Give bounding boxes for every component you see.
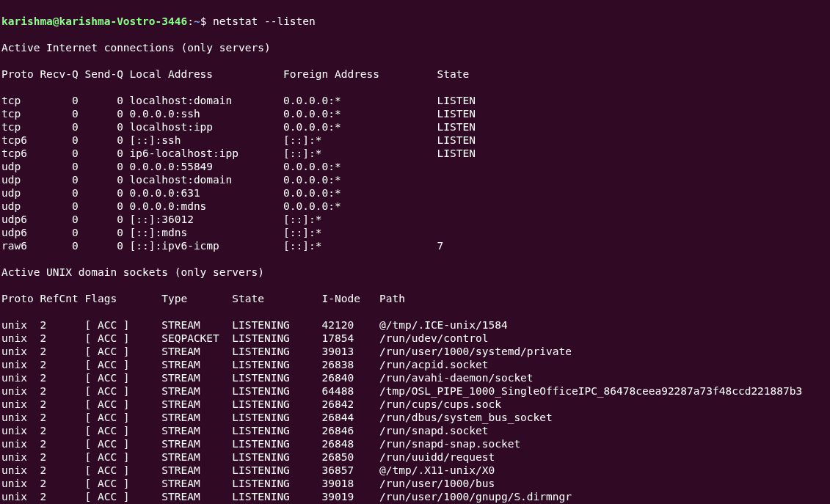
unix-row: unix 2 [ ACC ] STREAM LISTENING 64488 /t… bbox=[1, 384, 829, 398]
inet-row: udp 0 0 0.0.0.0:55849 0.0.0.0:* bbox=[1, 160, 829, 173]
command-text: netstat --listen bbox=[213, 15, 316, 27]
inet-row: udp6 0 0 [::]:36012 [::]:* bbox=[1, 213, 829, 226]
unix-row: unix 2 [ ACC ] STREAM LISTENING 39013 /r… bbox=[1, 345, 829, 358]
unix-row: unix 2 [ ACC ] STREAM LISTENING 26848 /r… bbox=[1, 437, 829, 450]
unix-columns: Proto RefCnt Flags Type State I-Node Pat… bbox=[1, 292, 829, 305]
unix-row: unix 2 [ ACC ] STREAM LISTENING 42120 @/… bbox=[1, 318, 829, 332]
inet-row: raw6 0 0 [::]:ipv6-icmp [::]:* 7 bbox=[1, 239, 829, 252]
prompt-colon: : bbox=[187, 15, 194, 27]
section-header-unix: Active UNIX domain sockets (only servers… bbox=[1, 266, 829, 279]
unix-row: unix 2 [ ACC ] STREAM LISTENING 26850 /r… bbox=[1, 450, 829, 464]
unix-row: unix 2 [ ACC ] STREAM LISTENING 26838 /r… bbox=[1, 358, 829, 371]
unix-row: unix 2 [ ACC ] STREAM LISTENING 26844 /r… bbox=[1, 411, 829, 424]
section-header-inet: Active Internet connections (only server… bbox=[1, 41, 829, 54]
unix-row: unix 2 [ ACC ] SEQPACKET LISTENING 17854… bbox=[1, 332, 829, 345]
inet-row: udp 0 0 localhost:domain 0.0.0.0:* bbox=[1, 173, 829, 186]
inet-row: tcp 0 0 0.0.0.0:ssh 0.0.0.0:* LISTEN bbox=[1, 107, 829, 120]
unix-row: unix 2 [ ACC ] STREAM LISTENING 26840 /r… bbox=[1, 371, 829, 384]
inet-row: tcp 0 0 localhost:domain 0.0.0.0:* LISTE… bbox=[1, 94, 829, 107]
unix-row: unix 2 [ ACC ] STREAM LISTENING 26842 /r… bbox=[1, 398, 829, 411]
inet-row: tcp6 0 0 ip6-localhost:ipp [::]:* LISTEN bbox=[1, 147, 829, 160]
prompt-path: ~ bbox=[194, 15, 200, 27]
inet-row: udp 0 0 0.0.0.0:631 0.0.0.0:* bbox=[1, 186, 829, 200]
inet-row: tcp 0 0 localhost:ipp 0.0.0.0:* LISTEN bbox=[1, 120, 829, 134]
unix-row: unix 2 [ ACC ] STREAM LISTENING 36857 @/… bbox=[1, 464, 829, 477]
prompt-line: karishma@karishma-Vostro-3446:~$ netstat… bbox=[1, 15, 829, 28]
prompt-user-host: karishma@karishma-Vostro-3446 bbox=[1, 15, 187, 27]
unix-row: unix 2 [ ACC ] STREAM LISTENING 26846 /r… bbox=[1, 424, 829, 437]
unix-row: unix 2 [ ACC ] STREAM LISTENING 39018 /r… bbox=[1, 477, 829, 490]
unix-row: unix 2 [ ACC ] STREAM LISTENING 39019 /r… bbox=[1, 490, 829, 503]
inet-row: udp6 0 0 [::]:mdns [::]:* bbox=[1, 226, 829, 239]
terminal-output[interactable]: karishma@karishma-Vostro-3446:~$ netstat… bbox=[0, 0, 830, 504]
inet-columns: Proto Recv-Q Send-Q Local Address Foreig… bbox=[1, 67, 829, 81]
prompt-dollar: $ bbox=[200, 15, 213, 27]
inet-row: udp 0 0 0.0.0.0:mdns 0.0.0.0:* bbox=[1, 200, 829, 213]
inet-row: tcp6 0 0 [::]:ssh [::]:* LISTEN bbox=[1, 134, 829, 147]
